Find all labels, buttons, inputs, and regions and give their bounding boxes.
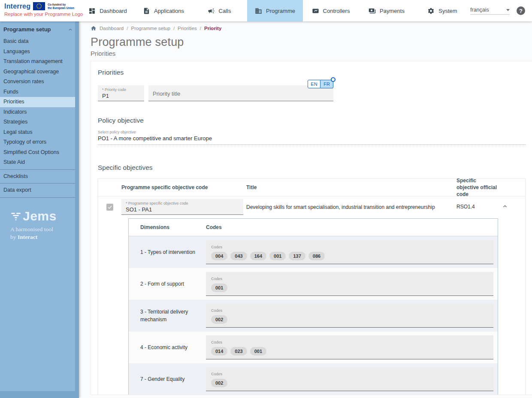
priority-code-field[interactable]: * Priority code — [98, 85, 144, 101]
code-chip: 043 — [230, 252, 247, 260]
controllers-icon — [312, 7, 319, 15]
chevron-down-icon — [506, 9, 510, 11]
sidebar-horizontal-scrollbar[interactable] — [0, 391, 75, 398]
priority-form-card: Priorities EN FR * Priority code Policy … — [91, 61, 532, 395]
breadcrumb-programme-setup[interactable]: Programme setup — [131, 26, 170, 31]
codes-field: Codes 004 043 164 001 137 086 — [206, 240, 493, 264]
col-title: Title — [246, 184, 456, 190]
codes-field: Codes 002 — [206, 367, 493, 391]
replace-logo-text: Replace with your Programme Logo — [4, 12, 76, 17]
dimension-row-form-of-support: 2 - Form of support Codes 001 — [129, 268, 498, 300]
sidebar-section-programme-setup[interactable]: Programme setup — [0, 21, 79, 36]
help-icon[interactable]: ? — [517, 6, 525, 15]
codes-field: Codes 014 023 001 — [206, 335, 493, 359]
toggle-badge-icon — [331, 77, 336, 82]
eu-flag-icon — [33, 2, 45, 10]
jems-logo: Jems A harmonised tool by Interact — [0, 209, 79, 242]
specific-objective-row: * Programme specific objective code Deve… — [98, 196, 525, 218]
sidebar-item-checklists[interactable]: Checklists — [0, 169, 75, 182]
codes-field: Codes 002 — [206, 304, 493, 328]
code-chip: 164 — [250, 252, 266, 260]
home-icon[interactable] — [91, 25, 97, 31]
main-nav: Dashboard Applications Calls Programme C… — [80, 0, 470, 21]
sidebar-item-geographical-coverage[interactable]: Geographical coverage — [0, 67, 75, 77]
code-chip: 014 — [211, 347, 227, 356]
breadcrumb-current: Priority — [204, 26, 221, 31]
priority-title-input[interactable] — [153, 90, 329, 97]
objective-official-code: RSO1.4 — [456, 203, 499, 210]
dimensions-table: Dimensions Codes 1 - Types of interventi… — [128, 218, 498, 395]
applications-icon — [143, 7, 150, 15]
chevron-up-icon — [502, 203, 508, 209]
nav-calls[interactable]: Calls — [191, 0, 247, 21]
code-chip: 001 — [269, 252, 286, 260]
policy-objective-value: PO1 - A more competitive and smarter Eur… — [98, 135, 526, 142]
specific-objectives-heading: Specific objectives — [98, 164, 525, 172]
check-icon — [107, 205, 112, 210]
collapse-row-button[interactable] — [499, 203, 525, 211]
priorities-heading: Priorities — [98, 69, 525, 76]
toggle-fr-button[interactable]: FR — [320, 80, 333, 88]
sidebar-item-priorities[interactable]: Priorities — [0, 97, 75, 107]
policy-objective-label: Select policy objective — [98, 130, 526, 134]
language-select[interactable]: français — [470, 7, 510, 15]
toggle-en-button[interactable]: EN — [308, 80, 320, 88]
sidebar-item-state-aid[interactable]: State Aid — [0, 157, 75, 168]
nav-controllers[interactable]: Controllers — [303, 0, 359, 21]
chevron-up-icon — [68, 27, 73, 32]
nav-system[interactable]: System — [414, 0, 470, 21]
objective-checkbox — [106, 204, 113, 211]
objective-code-label: * Programme specific objective code — [126, 201, 239, 205]
sidebar-item-data-export[interactable]: Data export — [0, 183, 75, 198]
sidebar-item-typology-of-errors[interactable]: Typology of errors — [0, 137, 75, 148]
page-title: Programme setup — [91, 36, 532, 49]
sidebar-item-indicators[interactable]: Indicators — [0, 107, 75, 118]
dimension-row-economic-activity: 4 - Economic activity Codes 014 023 001 — [129, 332, 498, 363]
col-codes: Codes — [206, 224, 498, 230]
help-area: ? — [510, 0, 532, 21]
sidebar-item-conversion-rates[interactable]: Conversion rates — [0, 77, 75, 87]
sidebar-item-simplified-cost-options[interactable]: Simplified Cost Options — [0, 148, 75, 158]
objective-code-field[interactable]: * Programme specific objective code — [121, 199, 243, 215]
nav-programme[interactable]: Programme — [247, 0, 303, 21]
breadcrumb-dashboard[interactable]: Dashboard — [100, 26, 124, 31]
code-chip: 002 — [211, 379, 227, 387]
programme-icon — [255, 7, 262, 15]
sidebar-item-translation-management[interactable]: Translation management — [0, 57, 75, 67]
sidebar-item-legal-status[interactable]: Legal status — [0, 127, 75, 138]
sidebar-item-languages[interactable]: Languages — [0, 47, 75, 57]
specific-objectives-table-header: Programme specific objective code Title … — [98, 179, 525, 196]
code-chip: 137 — [289, 252, 305, 260]
system-gear-icon — [427, 7, 435, 15]
code-chip: 086 — [308, 252, 325, 260]
sidebar-item-funds[interactable]: Funds — [0, 87, 75, 97]
dimension-row-territorial-delivery-mechanism: 3 - Territorial delivery mechanism Codes… — [129, 300, 498, 332]
sidebar-item-strategies[interactable]: Strategies — [0, 117, 75, 127]
breadcrumb-priorities[interactable]: Priorities — [178, 26, 197, 31]
code-chip: 001 — [250, 347, 266, 356]
sidebar-scrollbar[interactable] — [75, 21, 79, 398]
priority-title-field[interactable] — [148, 85, 333, 101]
nav-payments[interactable]: Payments — [359, 0, 414, 21]
specific-objectives-table: Programme specific objective code Title … — [98, 178, 526, 395]
code-chip: 023 — [230, 347, 247, 356]
priority-code-input[interactable] — [102, 93, 140, 99]
nav-applications[interactable]: Applications — [136, 0, 191, 21]
payments-icon — [369, 7, 376, 15]
col-programme-specific-objective-code: Programme specific objective code — [121, 184, 246, 190]
sidebar-item-basic-data[interactable]: Basic data — [0, 36, 75, 47]
jems-wordmark: Jems — [23, 209, 57, 223]
calls-icon — [208, 7, 215, 15]
jems-funnel-icon — [10, 211, 21, 222]
code-chip: 002 — [211, 315, 227, 324]
policy-objective-heading: Policy objective — [98, 117, 525, 124]
objective-code-input[interactable] — [126, 206, 239, 213]
nav-dashboard[interactable]: Dashboard — [80, 0, 136, 21]
col-specific-objective-official-code: Specific objective official code — [456, 177, 499, 198]
programme-logo: Interreg Co-funded by the European Union… — [0, 0, 80, 21]
policy-objective-select: Select policy objective PO1 - A more com… — [98, 130, 526, 145]
page-subtitle: Priorities — [91, 50, 532, 57]
jems-tagline: A harmonised tool by Interact — [10, 226, 79, 242]
dashboard-icon — [88, 7, 96, 15]
sidebar: Programme setup Basic data Languages Tra… — [0, 21, 79, 398]
